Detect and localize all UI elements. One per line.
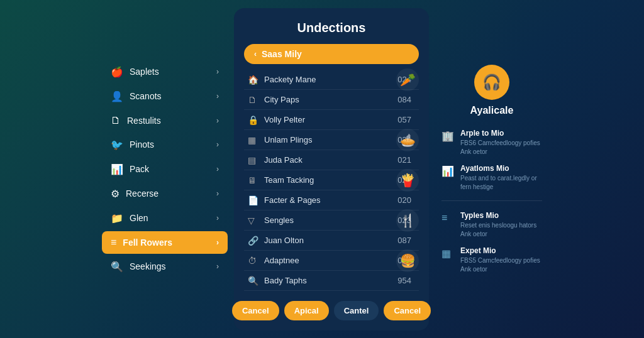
list-item-icon: 🔒 xyxy=(248,115,259,125)
apical-button[interactable]: Apical xyxy=(284,301,329,320)
list-item-name: Unlam Plings xyxy=(264,135,397,144)
sidebar-item-pinots[interactable]: 🐦 Pinots › xyxy=(102,133,228,156)
list-item[interactable]: ▦ Unlam Plings 034 🥧 xyxy=(244,131,419,150)
list-item-count: 021 xyxy=(397,155,411,165)
list-item-icon: ▽ xyxy=(248,215,259,226)
list-item-thumb: 🥧 xyxy=(396,129,419,151)
typles-icon: ≡ xyxy=(441,212,455,224)
chevron-right-icon: › xyxy=(216,140,219,149)
list-item-thumb: 🍔 xyxy=(396,249,419,272)
sidebar-label-recerse: Recerse xyxy=(126,188,158,199)
cancel1-button[interactable]: Cancel xyxy=(232,301,279,320)
list-item-thumb: 🥕 xyxy=(396,68,419,91)
list-item[interactable]: 🔒 Volly Pelter 057 xyxy=(244,111,419,130)
chevron-right-icon: › xyxy=(216,189,219,198)
list-item[interactable]: ▤ Juda Pack 021 xyxy=(244,151,419,170)
list-item[interactable]: ▽ Sengles 023 🍴 xyxy=(244,211,419,231)
typles-title: Typles Mio xyxy=(460,211,542,220)
chevron-right-icon: › xyxy=(216,214,219,222)
arple-icon: 🏢 xyxy=(441,130,455,142)
ayatloms-desc: Peast and to carat.legdly or fern hestig… xyxy=(460,174,542,192)
ayatloms-icon: 📊 xyxy=(441,165,455,177)
right-panel: 🎧 Ayalicale 🏢 Arple to Mio FBS6 Camcfeed… xyxy=(429,58,548,280)
typles-desc: Reset enis hesloogu hators Ank oetor xyxy=(460,221,542,239)
list-item-name: Volly Pelter xyxy=(264,115,397,124)
sidebar-label-scanots: Scanots xyxy=(130,91,162,101)
category-label: Saas Mily xyxy=(262,49,302,59)
sidebar-label-seekings: Seekings xyxy=(130,261,166,271)
list-item[interactable]: 📄 Facter & Pages 020 xyxy=(244,191,419,210)
list-item[interactable]: ⏱ Adaptnee 067 🍔 xyxy=(244,251,419,271)
list-item-name: Bady Taphs xyxy=(264,276,397,285)
sidebar-item-saplets[interactable]: 🍎 Saplets › xyxy=(102,60,228,84)
chevron-right-icon: › xyxy=(216,67,219,76)
cantel-button[interactable]: Cantel xyxy=(334,301,379,320)
scanots-icon: 👤 xyxy=(111,90,123,102)
right-panel-title: Ayalicale xyxy=(470,105,514,116)
sidebar-item-scanots[interactable]: 👤 Scanots › xyxy=(102,85,228,108)
list-item-count: 084 xyxy=(397,95,411,104)
list-item-icon: ▤ xyxy=(248,155,259,165)
list-item-name: Juda Pack xyxy=(264,155,397,165)
list-item[interactable]: 🏠 Packety Mane 024 🥕 xyxy=(244,70,419,90)
list-item-thumb: 🍟 xyxy=(396,169,419,192)
chevron-right-icon: › xyxy=(216,262,219,271)
list-item-name: Sengles xyxy=(264,215,397,225)
sidebar-item-recerse[interactable]: ⚙ Recerse › xyxy=(102,182,228,205)
right-panel-section-top: 🏢 Arple to Mio FBS6 Camcfeedloogy pofies… xyxy=(441,129,542,201)
list-item-count: 954 xyxy=(397,276,411,285)
list-item-icon: ▦ xyxy=(248,135,259,145)
expet-desc: FBS5 Camcfeedloogy pofies Ank oetor xyxy=(460,256,542,274)
right-panel-item-typles[interactable]: ≡ Typles Mio Reset enis hesloogu hators … xyxy=(441,211,542,239)
sidebar-item-pack[interactable]: 📊 Pack › xyxy=(102,158,228,181)
list-item-icon: 🗋 xyxy=(248,95,259,105)
avatar-section: 🎧 Ayalicale xyxy=(441,65,542,116)
arple-title: Arple to Mio xyxy=(460,129,542,138)
list-item-icon: 🔗 xyxy=(248,236,259,246)
cancel2-button[interactable]: Cancel xyxy=(384,301,431,320)
list-container: 🏠 Packety Mane 024 🥕 🗋 City Paps 084 🔒 V… xyxy=(244,70,419,291)
list-item[interactable]: 🔍 Bady Taphs 954 xyxy=(244,271,419,291)
list-item-name: City Paps xyxy=(264,95,397,104)
seekings-icon: 🔍 xyxy=(111,261,123,273)
fell-rowers-icon: ≡ xyxy=(111,237,116,248)
saplets-icon: 🍎 xyxy=(111,66,123,78)
sidebar-label-glen: Glen xyxy=(130,213,148,223)
sidebar-label-pinots: Pinots xyxy=(130,139,154,150)
list-item-icon: 📄 xyxy=(248,195,259,205)
pinots-icon: 🐦 xyxy=(111,139,123,151)
category-pill[interactable]: ‹ Saas Mily xyxy=(244,44,419,64)
list-item-icon: ⏱ xyxy=(248,256,259,266)
list-item-icon: 🖥 xyxy=(248,175,259,185)
list-item[interactable]: 🔗 Juan Olton 087 xyxy=(244,231,419,251)
sidebar-label-restulits: Restulits xyxy=(127,116,161,126)
sidebar-item-seekings[interactable]: 🔍 Seekings › xyxy=(102,255,228,278)
list-item-count: 087 xyxy=(397,236,411,245)
bottom-buttons: CancelApicalCantelCancel xyxy=(244,301,419,320)
pack-icon: 📊 xyxy=(111,163,123,175)
list-item-name: Facter & Pages xyxy=(264,195,397,205)
chevron-right-icon: › xyxy=(216,92,219,101)
list-item-name: Juan Olton xyxy=(264,236,397,245)
right-panel-item-arple[interactable]: 🏢 Arple to Mio FBS6 Camcfeedloogy pofies… xyxy=(441,129,542,156)
list-item-name: Adaptnee xyxy=(264,256,397,265)
list-item-name: Packety Mane xyxy=(264,75,397,84)
chevron-right-icon: › xyxy=(216,116,219,125)
chevron-right-icon: › xyxy=(216,165,219,173)
list-item[interactable]: 🖥 Team Tacking 020 🍟 xyxy=(244,171,419,190)
sidebar-item-glen[interactable]: 📁 Glen › xyxy=(102,207,228,230)
sidebar-item-restulits[interactable]: 🗋 Restulits › xyxy=(102,109,228,132)
list-item[interactable]: 🗋 City Paps 084 xyxy=(244,90,419,110)
arple-desc: FBS6 Camcfeedloogy pofies Ank oetor xyxy=(460,139,542,156)
category-chevron-icon: ‹ xyxy=(254,50,257,58)
list-item-icon: 🔍 xyxy=(248,276,259,286)
sidebar-label-fell-rowers: Fell Rowers xyxy=(123,237,172,248)
sidebar-item-fell-rowers[interactable]: ≡ Fell Rowers › xyxy=(102,231,228,254)
right-panel-item-expet[interactable]: ▦ Expet Mio FBS5 Camcfeedloogy pofies An… xyxy=(441,246,542,274)
right-panel-item-ayatloms[interactable]: 📊 Ayatloms Mio Peast and to carat.legdly… xyxy=(441,164,542,192)
list-item-thumb: 🍴 xyxy=(396,209,419,232)
expet-title: Expet Mio xyxy=(460,246,542,255)
list-item-name: Team Tacking xyxy=(264,175,397,185)
recerse-icon: ⚙ xyxy=(111,188,119,200)
restulits-icon: 🗋 xyxy=(111,115,121,126)
